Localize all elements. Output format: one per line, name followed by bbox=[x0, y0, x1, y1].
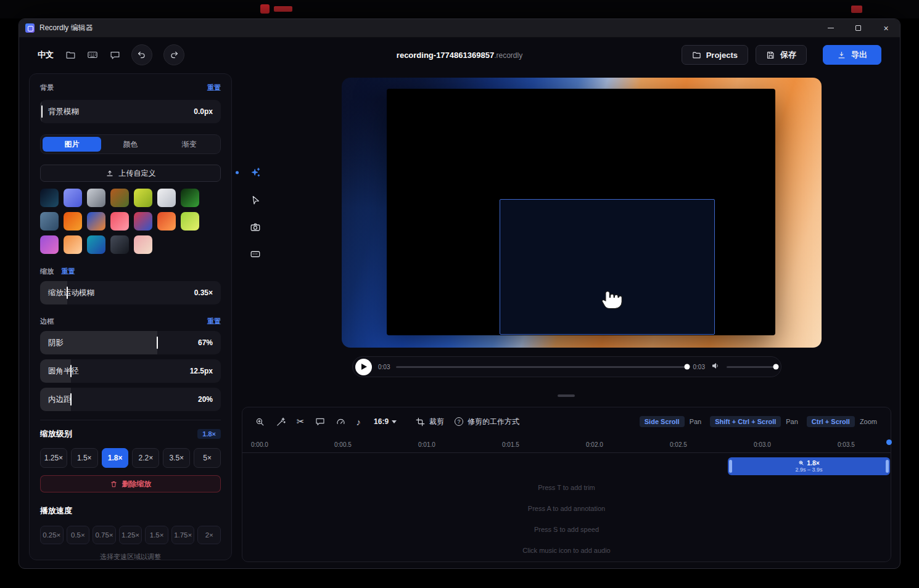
zoom-level-3.5[interactable]: 3.5× bbox=[163, 448, 190, 468]
zoom-motion-blur-value: 0.35× bbox=[194, 288, 213, 297]
background-blur-handle[interactable] bbox=[41, 105, 43, 118]
close-button[interactable]: × bbox=[872, 19, 900, 38]
ruler-tick: 0:03.0 bbox=[754, 441, 771, 448]
play-button[interactable] bbox=[355, 359, 372, 375]
music-button[interactable]: ♪ bbox=[356, 417, 361, 427]
background-blur-value: 0.0px bbox=[194, 107, 213, 116]
tab-gradient[interactable]: 渐变 bbox=[160, 137, 218, 152]
background-thumbnail-4[interactable] bbox=[110, 189, 129, 207]
background-thumbnail-16[interactable] bbox=[64, 235, 82, 254]
timeline-ruler[interactable]: 0:00.0 0:00.5 0:01.0 0:01.5 0:02.0 0:02.… bbox=[242, 438, 891, 453]
app-window: Recordly 编辑器 × 中文 bbox=[19, 18, 900, 569]
zoom-level-2.2[interactable]: 2.2× bbox=[132, 448, 159, 468]
effects-tool-button[interactable] bbox=[245, 162, 266, 183]
music-note-icon: ♪ bbox=[356, 417, 361, 427]
playhead[interactable] bbox=[886, 439, 892, 445]
speed-0.25[interactable]: 0.25× bbox=[40, 526, 64, 544]
tab-image[interactable]: 图片 bbox=[43, 137, 101, 152]
panel-resize-handle[interactable] bbox=[558, 394, 575, 397]
trim-help-button[interactable]: ? 修剪的工作方式 bbox=[455, 417, 519, 427]
crop-button[interactable]: 裁剪 bbox=[416, 417, 444, 427]
speed-1.75[interactable]: 1.75× bbox=[171, 526, 195, 544]
keyboard-shortcuts-button[interactable] bbox=[87, 49, 98, 60]
feedback-button[interactable] bbox=[109, 49, 120, 60]
keystrokes-tool-button[interactable] bbox=[245, 243, 266, 264]
speed-0.75[interactable]: 0.75× bbox=[93, 526, 116, 544]
export-button[interactable]: 导出 bbox=[823, 45, 881, 65]
toolbar-left-group: 中文 bbox=[38, 44, 184, 65]
background-thumbnail-3[interactable] bbox=[87, 189, 105, 207]
timeline-zoom-in-button[interactable] bbox=[255, 417, 265, 427]
background-thumbnail-10[interactable] bbox=[87, 212, 105, 231]
redo-icon bbox=[169, 50, 179, 60]
background-blur-slider[interactable]: 背景模糊 0.0px bbox=[40, 100, 221, 123]
background-thumbnail-12[interactable] bbox=[134, 212, 152, 231]
aspect-ratio-dropdown[interactable]: 16:9 bbox=[374, 417, 397, 426]
timeline-tracks[interactable]: Press T to add trim Press A to add annot… bbox=[242, 454, 891, 561]
shadow-slider[interactable]: 阴影 67% bbox=[40, 331, 221, 354]
maximize-button[interactable] bbox=[844, 19, 872, 38]
folder-icon bbox=[65, 50, 76, 60]
background-thumbnail-11[interactable] bbox=[110, 212, 129, 231]
background-thumbnail-14[interactable] bbox=[181, 212, 199, 231]
speed-1.5[interactable]: 1.5× bbox=[145, 526, 168, 544]
speed-marker-button[interactable] bbox=[336, 417, 346, 427]
timeline-zoom-region[interactable]: 1.8× 2.9s – 3.9s bbox=[728, 457, 890, 475]
zoom-motion-blur-label: 缩放运动模糊 bbox=[48, 288, 94, 298]
background-window-logo bbox=[260, 4, 270, 14]
volume-button[interactable] bbox=[711, 361, 720, 373]
speed-2[interactable]: 2× bbox=[197, 526, 221, 544]
progress-thumb[interactable] bbox=[684, 364, 690, 370]
background-thumbnail-2[interactable] bbox=[64, 189, 82, 207]
background-thumbnail-18[interactable] bbox=[110, 235, 129, 254]
open-project-button[interactable] bbox=[65, 49, 76, 60]
cursor-tool-button[interactable] bbox=[245, 189, 266, 210]
zoom-level-1.25[interactable]: 1.25× bbox=[40, 448, 67, 468]
cut-button[interactable]: ✂ bbox=[297, 416, 305, 427]
volume-thumb[interactable] bbox=[773, 364, 779, 370]
question-icon: ? bbox=[455, 417, 463, 426]
save-button[interactable]: 保存 bbox=[756, 45, 807, 65]
shadow-handle[interactable] bbox=[157, 337, 158, 349]
background-thumbnail-15[interactable] bbox=[40, 235, 59, 254]
zoom-level-1.8[interactable]: 1.8× bbox=[102, 448, 129, 468]
progress-slider[interactable] bbox=[396, 366, 686, 368]
padding-slider[interactable]: 内边距 20% bbox=[40, 388, 221, 411]
delete-zoom-button[interactable]: 删除缩放 bbox=[40, 475, 221, 492]
zoom-level-5[interactable]: 5× bbox=[194, 448, 221, 468]
projects-button[interactable]: Projects bbox=[682, 45, 748, 65]
background-thumbnail-1[interactable] bbox=[40, 189, 59, 207]
minimize-icon bbox=[828, 28, 834, 29]
zoom-region-highlight[interactable] bbox=[500, 199, 715, 335]
background-thumbnail-8[interactable] bbox=[40, 212, 59, 231]
webcam-tool-button[interactable] bbox=[245, 216, 266, 237]
minimize-button[interactable] bbox=[817, 19, 844, 38]
background-thumbnail-19[interactable] bbox=[134, 235, 152, 254]
timeline-hint-trim: Press T to add trim bbox=[242, 484, 891, 491]
window-controls: × bbox=[817, 19, 900, 38]
background-thumbnail-7[interactable] bbox=[181, 189, 199, 207]
background-thumbnail-13[interactable] bbox=[157, 212, 176, 231]
background-thumbnail-5[interactable] bbox=[134, 189, 152, 207]
speed-0.5[interactable]: 0.5× bbox=[67, 526, 90, 544]
background-type-tabs: 图片 颜色 渐变 bbox=[40, 134, 221, 154]
video-preview[interactable] bbox=[342, 78, 822, 348]
border-reset-link[interactable]: 重置 bbox=[207, 317, 221, 326]
speed-1.25[interactable]: 1.25× bbox=[119, 526, 142, 544]
undo-button[interactable] bbox=[131, 44, 152, 65]
language-button[interactable]: 中文 bbox=[38, 49, 54, 60]
background-thumbnail-17[interactable] bbox=[87, 235, 105, 254]
redo-button[interactable] bbox=[163, 44, 184, 65]
tab-color[interactable]: 颜色 bbox=[101, 137, 160, 152]
upload-custom-button[interactable]: 上传自定义 bbox=[40, 165, 221, 182]
magic-trim-button[interactable] bbox=[276, 417, 286, 427]
background-thumbnail-9[interactable] bbox=[64, 212, 82, 231]
zoom-motion-blur-slider[interactable]: 缩放运动模糊 0.35× bbox=[40, 281, 221, 304]
background-thumbnail-6[interactable] bbox=[157, 189, 176, 207]
annotation-button[interactable] bbox=[315, 417, 325, 427]
zoom-reset-link[interactable]: 重置 bbox=[62, 267, 75, 276]
volume-slider[interactable] bbox=[727, 366, 776, 368]
background-reset-link[interactable]: 重置 bbox=[207, 83, 221, 92]
zoom-level-1.5[interactable]: 1.5× bbox=[71, 448, 98, 468]
corner-radius-slider[interactable]: 圆角半径 12.5px bbox=[40, 359, 221, 383]
